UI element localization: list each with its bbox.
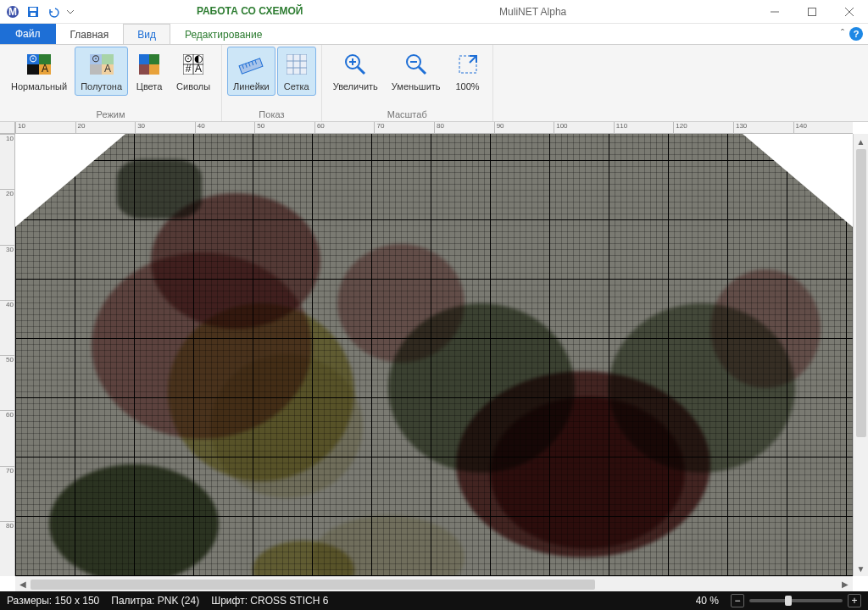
zoom-in-icon: [342, 51, 369, 78]
status-palette: Палитра: PNK (24): [111, 595, 199, 607]
rulers-label: Линейки: [233, 81, 270, 92]
close-button[interactable]: [831, 0, 868, 24]
zoom-track[interactable]: [749, 599, 843, 602]
mode-normal-button[interactable]: ⊙A Нормальный: [5, 47, 73, 96]
group-zoom-label: Масштаб: [327, 108, 487, 121]
symbols-mode-icon: ⊙◐#A: [180, 51, 207, 78]
colors-mode-icon: [136, 51, 163, 78]
rulers-button[interactable]: Линейки: [227, 47, 275, 96]
mode-normal-label: Нормальный: [11, 81, 67, 92]
mode-symbols-button[interactable]: ⊙◐#A Сиволы: [170, 47, 216, 96]
zoom-100-button[interactable]: 100%: [448, 47, 487, 96]
grid-button[interactable]: Сетка: [277, 47, 316, 96]
zoom-value: 40 %: [696, 595, 719, 607]
svg-text:A: A: [42, 63, 48, 75]
mode-halftone-button[interactable]: ⊙A Полутона: [75, 47, 128, 96]
group-show: Линейки Сетка Показ: [222, 45, 322, 121]
maximize-button[interactable]: [793, 0, 831, 24]
svg-rect-20: [149, 54, 159, 64]
svg-rect-22: [149, 64, 159, 75]
svg-rect-3: [30, 8, 36, 11]
zoom-100-icon: [454, 51, 481, 78]
ribbon-tabs: Файл Главная Вид Редактирование ˆ ?: [0, 24, 868, 44]
scroll-up-icon[interactable]: ▲: [854, 134, 869, 149]
svg-text:⊙: ⊙: [29, 54, 37, 64]
ruler-vertical[interactable]: 1020304050607080: [0, 134, 15, 576]
svg-text:A: A: [195, 63, 202, 75]
zoom-plus-icon[interactable]: +: [848, 594, 861, 607]
app-icon[interactable]: M: [3, 3, 22, 21]
zoom-minus-icon[interactable]: −: [731, 594, 744, 607]
context-title: РАБОТА СО СХЕМОЙ: [197, 6, 303, 17]
svg-rect-9: [27, 64, 39, 75]
tab-editing[interactable]: Редактирование: [170, 24, 276, 44]
svg-rect-4: [31, 13, 36, 16]
grid-icon: [283, 51, 310, 78]
status-font: Шрифт: CROSS STICH 6: [211, 595, 328, 607]
scroll-right-icon[interactable]: ▶: [837, 577, 853, 592]
scroll-thumb-v[interactable]: [856, 149, 866, 437]
contextual-tab-header: РАБОТА СО СХЕМОЙ: [190, 6, 309, 17]
zoom-in-button[interactable]: Увеличить: [327, 47, 384, 96]
save-icon[interactable]: [24, 3, 42, 21]
qat-dropdown-icon[interactable]: [64, 3, 76, 21]
svg-rect-19: [139, 54, 149, 64]
halftone-mode-icon: ⊙A: [88, 51, 115, 78]
window-controls: [756, 0, 868, 24]
svg-line-46: [419, 67, 426, 74]
tab-view[interactable]: Вид: [123, 24, 170, 44]
help-icon[interactable]: ?: [849, 27, 863, 41]
group-show-label: Показ: [227, 108, 316, 121]
quick-access-toolbar: M: [0, 3, 80, 21]
svg-rect-6: [809, 8, 816, 15]
zoom-in-label: Увеличить: [333, 81, 378, 92]
tab-file[interactable]: Файл: [0, 24, 56, 44]
scrollbar-horizontal[interactable]: ◀ ▶: [15, 576, 853, 591]
ruler-horizontal[interactable]: 102030405060708090100110120130140: [15, 122, 853, 134]
status-bar: Размеры: 150 x 150 Палитра: PNK (24) Шри…: [0, 591, 868, 610]
zoom-slider[interactable]: − +: [731, 594, 861, 607]
group-mode-label: Режим: [5, 108, 216, 121]
minimize-button[interactable]: [756, 0, 793, 24]
pattern-artwork: [15, 134, 853, 576]
mode-symbols-label: Сиволы: [176, 81, 210, 92]
grid-label: Сетка: [284, 81, 309, 92]
tab-home[interactable]: Главная: [56, 24, 124, 44]
ruler-corner: [0, 122, 15, 134]
undo-icon[interactable]: [44, 3, 63, 21]
group-mode: ⊙A Нормальный ⊙A Полутона Цвета ⊙◐#A Сив…: [0, 45, 222, 121]
ruler-icon: [237, 51, 264, 78]
svg-rect-36: [287, 54, 307, 75]
scrollbar-vertical[interactable]: ▲ ▼: [853, 134, 868, 576]
mode-colors-label: Цвета: [136, 81, 163, 92]
ribbon: ⊙A Нормальный ⊙A Полутона Цвета ⊙◐#A Сив…: [0, 44, 868, 122]
app-title: MuliNET Alpha: [309, 6, 756, 18]
group-zoom: Увеличить Уменьшить 100% Масштаб: [322, 45, 493, 121]
canvas-area: 102030405060708090100110120130140 102030…: [0, 122, 868, 591]
mode-halftone-label: Полутона: [81, 81, 122, 92]
status-dims: Размеры: 150 x 150: [7, 595, 99, 607]
zoom-thumb[interactable]: [785, 596, 792, 606]
svg-line-42: [358, 67, 364, 74]
svg-rect-21: [139, 64, 149, 75]
scroll-left-icon[interactable]: ◀: [15, 577, 31, 592]
svg-text:#: #: [186, 63, 192, 75]
zoom-out-button[interactable]: Уменьшить: [386, 47, 447, 96]
svg-line-49: [470, 56, 476, 63]
svg-rect-15: [90, 64, 102, 75]
zoom-out-label: Уменьшить: [392, 81, 441, 92]
svg-text:M: M: [8, 6, 17, 18]
svg-text:⊙: ⊙: [92, 54, 100, 64]
scroll-down-icon[interactable]: ▼: [854, 561, 869, 576]
zoom-out-icon: [403, 51, 430, 78]
svg-text:A: A: [104, 63, 111, 75]
pattern-grid[interactable]: [15, 134, 853, 576]
normal-mode-icon: ⊙A: [25, 51, 53, 78]
scroll-thumb-h[interactable]: [31, 580, 595, 590]
zoom-100-label: 100%: [455, 81, 479, 92]
collapse-ribbon-icon[interactable]: ˆ: [841, 28, 844, 40]
mode-colors-button[interactable]: Цвета: [130, 47, 169, 96]
title-bar: M РАБОТА СО СХЕМОЙ MuliNET Alpha: [0, 0, 868, 24]
